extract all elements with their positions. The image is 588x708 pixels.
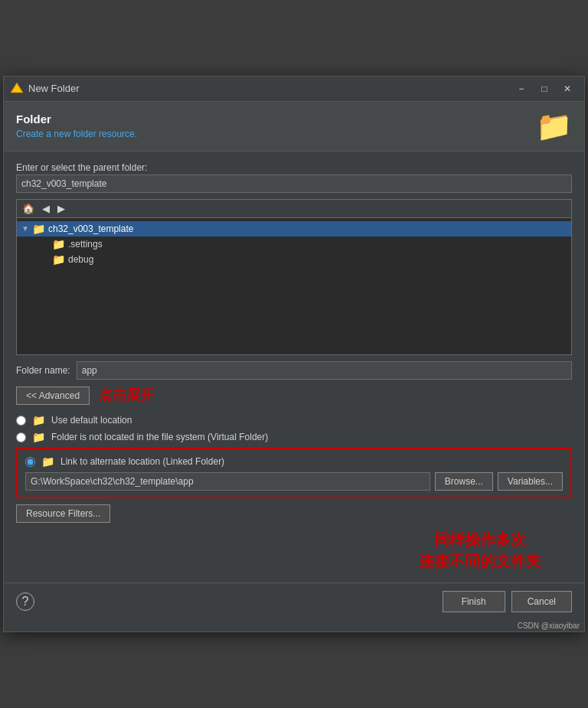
radio-default-icon: 📁	[32, 414, 45, 426]
finish-button[interactable]: Finish	[443, 591, 505, 612]
advanced-row: << Advanced 点击展开	[16, 386, 572, 405]
tree-toolbar: 🏠 ◀ ▶	[16, 199, 572, 217]
radio-virtual-icon: 📁	[32, 431, 45, 443]
parent-folder-input[interactable]	[16, 175, 572, 193]
radio-default-location[interactable]: 📁 Use default location	[16, 414, 572, 426]
main-content: Enter or select the parent folder: 🏠 ◀ ▶…	[4, 152, 584, 582]
cancel-button[interactable]: Cancel	[511, 591, 572, 612]
location-options: 📁 Use default location 📁 Folder is not l…	[16, 414, 572, 498]
radio-default-input[interactable]	[16, 416, 26, 426]
radio-linked-label: Link to alternate location (Linked Folde…	[60, 456, 224, 467]
linked-folder-section: 📁 Link to alternate location (Linked Fol…	[16, 448, 572, 498]
parent-folder-section: Enter or select the parent folder:	[16, 162, 572, 193]
resource-filters-button[interactable]: Resource Filters...	[16, 504, 110, 523]
bottom-annotation-area: 同样操作多次连接不同的文件夹	[16, 529, 572, 572]
folder-name-input[interactable]	[77, 361, 572, 380]
linked-path-input[interactable]	[25, 472, 430, 491]
tree-root-label: ch32_v003_template	[48, 223, 133, 234]
close-button[interactable]: ✕	[557, 81, 578, 96]
folder-icon-large: 📁	[536, 109, 572, 143]
tree-root-icon: 📁	[32, 223, 45, 235]
folder-name-section: Folder name:	[16, 361, 572, 380]
csdn-watermark: CSDN @xiaoyibar	[4, 620, 584, 631]
tree-item-debug[interactable]: 📁 debug	[17, 252, 571, 267]
bottom-bar: ? Finish Cancel	[4, 582, 584, 620]
radio-virtual-folder[interactable]: 📁 Folder is not located in the file syst…	[16, 431, 572, 443]
maximize-button[interactable]: □	[534, 81, 555, 96]
tree-home-button[interactable]: 🏠	[20, 202, 37, 215]
folder-tree[interactable]: ▼ 📁 ch32_v003_template 📁 .settings 📁 deb…	[16, 217, 572, 355]
folder-name-label: Folder name:	[16, 365, 70, 376]
help-button[interactable]: ?	[16, 592, 34, 611]
variables-button[interactable]: Variables...	[498, 472, 563, 491]
tree-item-root[interactable]: ▼ 📁 ch32_v003_template	[17, 221, 571, 237]
window-controls: − □ ✕	[511, 81, 578, 96]
app-logo	[10, 82, 24, 96]
radio-default-label: Use default location	[51, 415, 132, 426]
tree-section: 🏠 ◀ ▶ ▼ 📁 ch32_v003_template 📁 .settings	[16, 199, 572, 355]
advanced-button[interactable]: << Advanced	[16, 387, 90, 405]
new-folder-dialog: New Folder − □ ✕ Folder Create a new fol…	[3, 76, 585, 632]
header-text: Folder Create a new folder resource.	[16, 113, 535, 139]
tree-settings-label: .settings	[68, 239, 103, 250]
dialog-buttons: Finish Cancel	[443, 591, 572, 612]
title-bar: New Folder − □ ✕	[4, 77, 584, 102]
click-annotation: 点击展开	[99, 386, 154, 405]
tree-debug-icon: 📁	[52, 253, 65, 266]
window-title: New Folder	[28, 83, 511, 94]
linked-path-row: Browse... Variables...	[25, 472, 563, 491]
radio-virtual-label: Folder is not located in the file system…	[51, 432, 268, 442]
radio-linked-icon: 📁	[41, 455, 54, 468]
header-section: Folder Create a new folder resource. 📁	[4, 102, 584, 152]
header-title: Folder	[16, 113, 535, 126]
header-folder-icon: 📁	[535, 111, 572, 142]
tree-settings-icon: 📁	[52, 238, 65, 250]
parent-folder-label: Enter or select the parent folder:	[16, 162, 572, 173]
tree-back-button[interactable]: ◀	[40, 202, 52, 215]
tree-expand-arrow: ▼	[21, 224, 31, 233]
radio-linked-input[interactable]	[25, 457, 35, 467]
radio-linked-folder[interactable]: 📁 Link to alternate location (Linked Fol…	[25, 455, 563, 468]
tree-forward-button[interactable]: ▶	[55, 202, 67, 215]
tree-debug-label: debug	[68, 254, 93, 265]
radio-virtual-input[interactable]	[16, 432, 26, 442]
csdn-username: @xiaoyibar	[541, 622, 580, 630]
browse-button[interactable]: Browse...	[435, 472, 493, 491]
header-subtitle: Create a new folder resource.	[16, 129, 535, 139]
minimize-button[interactable]: −	[511, 81, 532, 96]
bottom-annotation: 同样操作多次连接不同的文件夹	[419, 529, 541, 572]
tree-item-settings[interactable]: 📁 .settings	[17, 237, 571, 252]
